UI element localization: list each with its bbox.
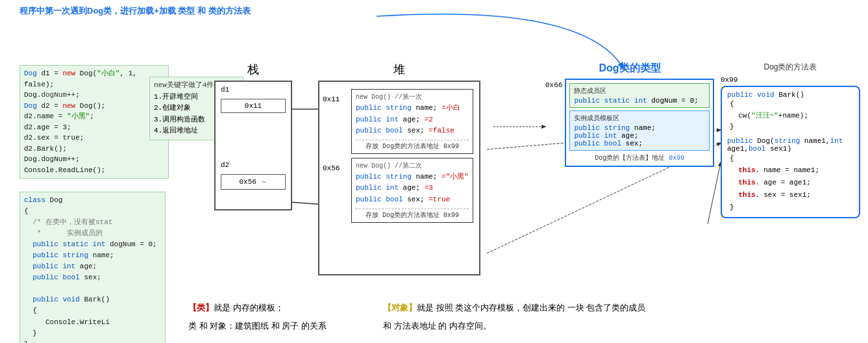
constructor-sig: public Dog(string name1,int age1,bool se…	[727, 137, 854, 153]
static-area-label: 静态成员区	[574, 86, 705, 95]
bottom-annotation-left: 【类】就是 内存的模板； 类 和 对象：建筑图纸 和 房子 的关系	[188, 300, 327, 333]
heap-obj1-f2: public int age; =2	[356, 114, 469, 126]
heap-obj2-title: new Dog() //第二次	[356, 161, 469, 170]
left-code-panel: Dog d1 = new Dog("小白", 1, false); Dog.do…	[19, 65, 169, 179]
heap-obj2-f1: public string name; ="小黑"	[356, 172, 469, 183]
method-table-section: Dog类的方法表 0x99 public void Bark() { cw("汪…	[721, 62, 860, 218]
instance-f1: public string name;	[574, 124, 705, 132]
static-content: public static int dogNum = 0;	[574, 97, 705, 105]
bottom-left-line1: 【类】就是 内存的模板；	[188, 300, 327, 315]
constructor-body: { this. name = name1; this. age = age1; …	[727, 153, 854, 213]
stack-d1-label: d1	[221, 86, 286, 94]
stack-section: 栈 d1 0x11 d2 0x56 ～	[214, 62, 292, 210]
class-code-bottom: class Dog { /* 在类中，没有被stat * 实例成员的 publi…	[19, 192, 166, 343]
method-table-addr: 0x99	[721, 76, 860, 84]
bottom-right-line1: 【对象】就是 按照 类这个内存模板，创建出来的 一块 包含了类的成员	[383, 300, 747, 315]
heap-obj1-f1: public string name; =小白	[356, 103, 469, 114]
heap-object-2-box: new Dog() //第二次 public string name; ="小黑…	[351, 158, 473, 223]
dog-class-addr: 0x66	[545, 81, 562, 89]
bottom-annotation-right: 【对象】就是 按照 类这个内存模板，创建出来的 一块 包含了类的成员 和 方法表…	[383, 300, 747, 333]
heap-obj1-store: 存放 Dog类的方法表地址 0x99	[356, 140, 469, 151]
stack-d2-value: 0x56 ～	[221, 174, 286, 190]
stack-title: 栈	[214, 62, 292, 77]
heap-title: 堆	[318, 62, 480, 77]
class-code-block: class Dog { /* 在类中，没有被stat * 实例成员的 publi…	[19, 192, 166, 343]
instance-area-label: 实例成员模板区	[574, 114, 705, 123]
instance-area: 实例成员模板区 public string name; public int a…	[569, 110, 710, 151]
heap-box: 0x11 new Dog() //第一次 public string name;…	[318, 81, 480, 275]
method-table-title: Dog类的方法表	[721, 62, 860, 73]
top-annotation: 程序中第一次遇到Dog类，进行加载+加载 类型 和 类的方法表	[19, 5, 251, 17]
stack-d2-label: d2	[221, 161, 286, 169]
instance-f2: public int age;	[574, 132, 705, 140]
heap-addr-2: 0x56	[323, 164, 340, 172]
stack-box: d1 0x11 d2 0x56 ～	[214, 81, 292, 210]
dog-class-box: 静态成员区 public static int dogNum = 0; 实例成员…	[565, 79, 714, 167]
heap-object-2: 0x56 new Dog() //第二次 public string name;…	[349, 158, 476, 223]
method-table-addr-label: Dog类的【方法表】地址 0x99	[569, 153, 710, 162]
bottom-right-line2: 和 方法表地址 的 内存空间。	[383, 318, 747, 333]
dog-class-section: Dog类的类型 0x66 静态成员区 public static int dog…	[545, 62, 714, 167]
static-area: 静态成员区 public static int dogNum = 0;	[569, 83, 710, 108]
heap-object-1: 0x11 new Dog() //第一次 public string name;…	[349, 89, 476, 154]
heap-addr-1: 0x11	[323, 95, 340, 103]
heap-object-1-box: new Dog() //第一次 public string name; =小白 …	[351, 89, 473, 154]
bark-method-body: { cw("汪汪~"+name); }	[727, 99, 854, 133]
heap-obj2-f2: public int age; =3	[356, 183, 469, 194]
bottom-left-line2: 类 和 对象：建筑图纸 和 房子 的关系	[188, 318, 327, 333]
dog-class-title: Dog类的类型	[545, 62, 714, 75]
stack-d1-value: 0x11	[221, 99, 286, 113]
heap-obj1-title: new Dog() //第一次	[356, 92, 469, 101]
method-table-box: public void Bark() { cw("汪汪~"+name); } p…	[721, 86, 860, 218]
heap-obj2-store: 存放 Dog类的方法表地址 0x99	[356, 209, 469, 220]
heap-obj2-f3: public bool sex; =true	[356, 194, 469, 206]
heap-obj1-f3: public bool sex; =false	[356, 125, 469, 137]
heap-section: 堆 0x11 new Dog() //第一次 public string nam…	[318, 62, 480, 275]
instance-f3: public bool sex;	[574, 140, 705, 147]
bark-method-sig: public void Bark()	[727, 91, 854, 99]
left-code-block: Dog d1 = new Dog("小白", 1, false); Dog.do…	[19, 65, 169, 179]
